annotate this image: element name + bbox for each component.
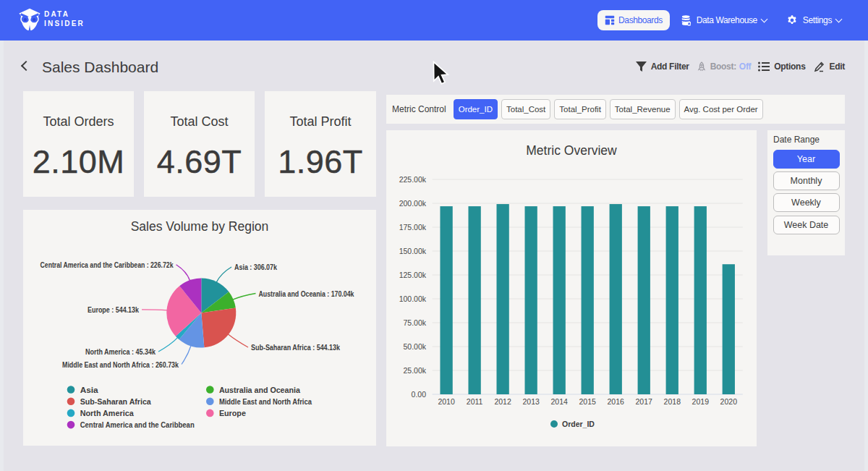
svg-text:175.00k: 175.00k bbox=[399, 223, 427, 232]
svg-text:Order_ID: Order_ID bbox=[562, 420, 595, 428]
svg-text:Sub-Saharan Africa : 544.13k: Sub-Saharan Africa : 544.13k bbox=[251, 343, 341, 352]
svg-text:225.00k: 225.00k bbox=[399, 175, 427, 184]
svg-text:Asia : 306.07k: Asia : 306.07k bbox=[234, 263, 278, 271]
svg-text:2012: 2012 bbox=[494, 397, 511, 406]
svg-text:100.00k: 100.00k bbox=[399, 294, 427, 303]
svg-text:0.00: 0.00 bbox=[412, 390, 427, 399]
svg-text:2017: 2017 bbox=[636, 397, 653, 406]
svg-text:Central America and the Caribb: Central America and the Caribbean bbox=[80, 420, 195, 429]
svg-text:2016: 2016 bbox=[608, 397, 625, 406]
svg-text:2020: 2020 bbox=[720, 397, 738, 406]
svg-text:Central America and the Caribb: Central America and the Caribbean : 226.… bbox=[41, 260, 174, 269]
svg-text:North America: North America bbox=[80, 409, 135, 417]
svg-text:2014: 2014 bbox=[551, 397, 569, 406]
svg-text:2013: 2013 bbox=[523, 397, 540, 406]
svg-text:2011: 2011 bbox=[467, 397, 483, 406]
svg-text:25.00k: 25.00k bbox=[403, 366, 426, 375]
svg-text:Australia and Oceania : 170.04: Australia and Oceania : 170.04k bbox=[259, 289, 355, 298]
svg-text:2015: 2015 bbox=[579, 397, 597, 406]
svg-text:150.00k: 150.00k bbox=[399, 247, 427, 255]
svg-text:Middle East and North Africa :: Middle East and North Africa : 260.73k bbox=[62, 360, 179, 369]
svg-text:125.00k: 125.00k bbox=[399, 271, 427, 279]
svg-text:North America : 45.34k: North America : 45.34k bbox=[85, 347, 156, 356]
svg-text:Europe : 544.13k: Europe : 544.13k bbox=[88, 305, 140, 314]
svg-text:2019: 2019 bbox=[692, 397, 710, 406]
svg-text:50.00k: 50.00k bbox=[403, 342, 426, 351]
svg-text:2018: 2018 bbox=[664, 397, 681, 406]
svg-text:Asia: Asia bbox=[80, 386, 99, 394]
svg-text:200.00k: 200.00k bbox=[399, 199, 427, 208]
svg-text:Australia and Oceania: Australia and Oceania bbox=[219, 386, 301, 394]
svg-text:2010: 2010 bbox=[438, 397, 455, 406]
svg-text:75.00k: 75.00k bbox=[403, 318, 426, 327]
svg-text:Europe: Europe bbox=[219, 409, 246, 417]
svg-text:Sub-Saharan Africa: Sub-Saharan Africa bbox=[80, 397, 152, 406]
svg-text:Middle East and North Africa: Middle East and North Africa bbox=[219, 397, 312, 406]
